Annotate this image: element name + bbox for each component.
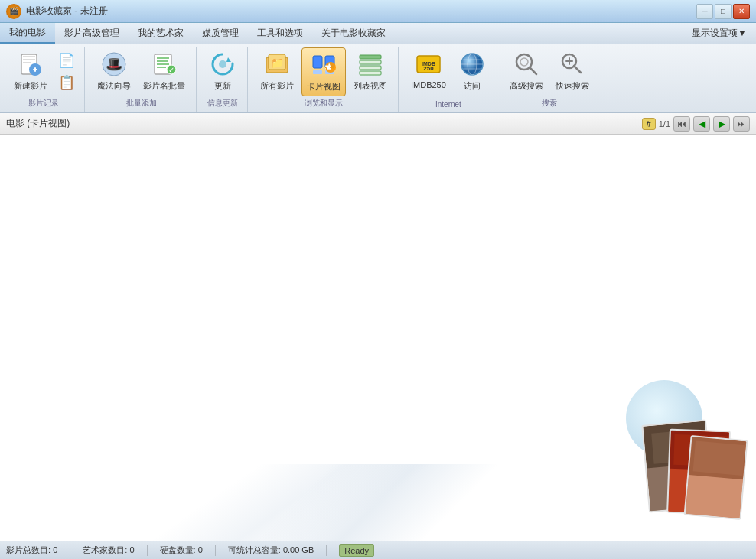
view-title-bar: 电影 (卡片视图) # 1/1 ⏮ ◀ ▶ ⏭ [0,113,756,135]
svg-rect-12 [157,63,169,65]
status-sep-3 [215,545,216,556]
svg-rect-13 [157,67,166,68]
quick-search-button[interactable]: 快速搜索 [551,47,594,95]
all-films-label: 所有影片 [260,80,294,92]
all-films-button[interactable]: 📁 所有影片 [256,47,298,95]
advanced-search-button[interactable]: 高级搜索 [505,47,548,95]
toolbar-group-update: 更新 信息更新 [198,47,248,112]
nav-first-button[interactable]: ⏮ [673,116,690,132]
new-film-button[interactable]: 新建影片 [9,47,52,95]
menu-item-about[interactable]: 关于电影收藏家 [312,23,395,44]
list-view-label: 列表视图 [354,80,387,92]
imdb250-label: IMDB250 [411,80,446,89]
advanced-search-icon [513,50,540,78]
view-title: 电影 (卡片视图) [6,117,636,130]
svg-rect-6 [34,67,36,72]
new-film-icon [17,50,44,78]
svg-rect-3 [23,62,31,63]
svg-rect-45 [569,57,570,65]
advanced-search-label: 高级搜索 [510,80,543,92]
svg-line-40 [530,67,536,74]
visit-button[interactable]: 访问 [454,47,490,95]
svg-rect-2 [23,59,35,60]
menu-item-tools[interactable]: 工具和选项 [248,23,312,44]
display-settings-button[interactable]: 显示设置项▼ [683,23,756,44]
list-view-icon [357,50,384,78]
batch-name-label: 影片名批量 [143,80,185,92]
quick-search-label: 快速搜索 [556,80,589,92]
svg-marker-17 [226,57,231,62]
refresh-button[interactable]: 更新 [204,47,241,95]
toolbar-group-label-update: 信息更新 [207,96,238,109]
film-record-small-1[interactable]: 📄 [55,50,78,70]
svg-rect-29 [360,66,381,70]
magic-wizard-label: 魔法向导 [97,80,131,92]
toolbar-group-label-internet: Internet [435,99,461,109]
film-record-small-2[interactable]: 📋 [55,73,78,93]
toolbar-group-search: 高级搜索 快速搜索 搜索 [499,47,600,112]
list-view-button[interactable]: 列表视图 [349,47,392,95]
card-view-button[interactable]: 卡片视图 [301,47,346,96]
menu-item-advanced[interactable]: 影片高级管理 [55,23,129,44]
magic-wizard-button[interactable]: 🎩 魔法向导 [93,47,135,95]
app-icon: 🎬 [6,4,21,19]
imdb250-button[interactable]: IMDB 250 IMDB250 [406,47,451,93]
imdb250-icon: IMDB 250 [415,50,442,78]
thumbnail-decoration: Movie [611,380,748,525]
main-content: Movie [0,135,756,541]
svg-rect-10 [157,57,169,59]
menu-item-media[interactable]: 媒质管理 [193,23,248,44]
svg-line-43 [574,66,581,73]
window-controls: ─ □ ✕ [696,4,750,19]
toolbar-group-label-record: 影片记录 [28,96,59,109]
toolbar-group-film-record-inner: 新建影片 📄 📋 [9,47,78,96]
svg-text:🎩: 🎩 [106,56,123,73]
toolbar-group-update-inner: 更新 [204,47,241,96]
hash-badge: # [642,118,656,130]
toolbar-group-batch-inner: 🎩 魔法向导 ✓ 影片名批量 [93,47,190,96]
toolbar-group-internet-inner: IMDB 250 IMDB250 [406,47,490,99]
nav-prev-button[interactable]: ◀ [693,116,710,132]
refresh-icon [209,50,236,78]
batch-name-button[interactable]: ✓ 影片名批量 [138,47,190,95]
toolbar-group-label-batch: 批量添加 [126,96,157,109]
thumbnail-3 [684,435,748,520]
magic-wizard-icon: 🎩 [100,50,128,78]
nav-next-button[interactable]: ▶ [713,116,730,132]
toolbar-group-film-record: 新建影片 📄 📋 影片记录 [3,47,85,112]
film-doc-icon: 📄 [58,52,75,69]
app-title: 电影收藏家 - 未注册 [26,5,108,18]
card-view-icon [310,51,337,79]
menu-item-my-films[interactable]: 我的电影 [0,23,55,44]
status-sep-4 [326,545,327,556]
svg-rect-28 [360,60,381,64]
toolbar-group-browse-inner: 📁 所有影片 卡片视图 [256,47,392,96]
visit-label: 访问 [464,80,481,92]
batch-name-icon: ✓ [151,50,178,78]
svg-rect-27 [360,55,381,59]
toolbar: 新建影片 📄 📋 影片记录 🎩 [0,44,756,113]
close-button[interactable]: ✕ [733,4,750,19]
toolbar-group-search-inner: 高级搜索 快速搜索 [505,47,594,96]
svg-point-41 [520,58,528,66]
refresh-label: 更新 [214,80,231,92]
svg-point-18 [219,60,226,68]
svg-rect-24 [313,70,322,74]
svg-rect-11 [157,60,168,62]
disk-count-label: 硬盘数量: 0 [160,544,203,556]
svg-text:📁: 📁 [271,57,285,70]
svg-rect-30 [360,71,381,75]
toolbar-group-label-browse: 浏览和显示 [305,96,343,109]
card-view-label: 卡片视图 [307,81,341,93]
total-size-label: 可统计总容量: 0.00 GB [228,544,314,556]
artist-count-label: 艺术家数目: 0 [83,544,134,556]
new-film-label: 新建影片 [14,80,47,92]
film-count-label: 影片总数目: 0 [6,544,57,556]
menu-bar: 我的电影 影片高级管理 我的艺术家 媒质管理 工具和选项 关于电影收藏家 显示设… [0,23,756,44]
page-info: 1/1 [659,119,670,128]
restore-button[interactable]: □ [715,4,732,19]
minimize-button[interactable]: ─ [696,4,713,19]
menu-item-artists[interactable]: 我的艺术家 [129,23,193,44]
nav-last-button[interactable]: ⏭ [733,116,750,132]
status-bar: 影片总数目: 0 艺术家数目: 0 硬盘数量: 0 可统计总容量: 0.00 G… [0,541,756,559]
